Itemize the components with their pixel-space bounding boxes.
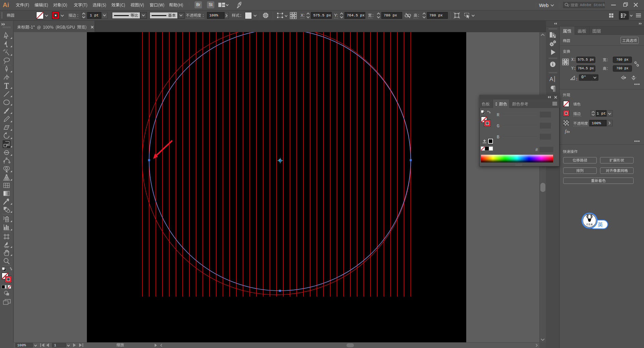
svg-text:A: A	[549, 76, 553, 82]
